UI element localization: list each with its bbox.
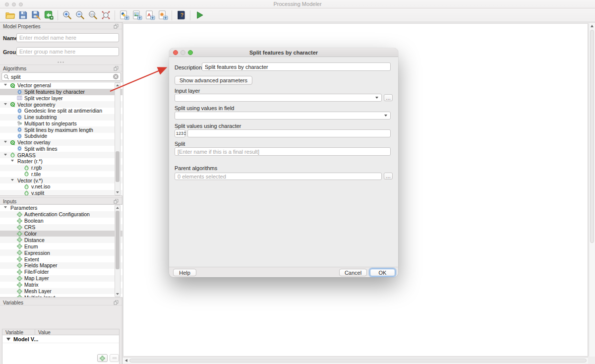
zoom-full-button[interactable] xyxy=(99,9,112,22)
scroll-up-icon[interactable] xyxy=(591,25,594,27)
tree-item-mesh-layer[interactable]: Mesh Layer xyxy=(0,288,122,295)
model-group-input[interactable] xyxy=(16,47,119,56)
scroll-left-icon[interactable] xyxy=(125,359,127,362)
tree-item-geodesic-line-split-at-antimeridian[interactable]: Geodesic line split at antimeridian xyxy=(0,108,122,114)
split-output-input[interactable] xyxy=(175,147,391,156)
tree-item-multiple-input[interactable]: Multiple Input xyxy=(0,294,122,298)
tree-item-fields-mapper[interactable]: Fields Mapper xyxy=(0,262,122,269)
scroll-up-icon[interactable] xyxy=(115,205,120,210)
inputs-scrollbar[interactable] xyxy=(115,205,120,297)
algorithms-scrollbar[interactable] xyxy=(115,82,120,195)
export-as-svg-button[interactable] xyxy=(156,9,169,22)
float-panel-icon[interactable] xyxy=(114,199,119,204)
tree-item-extent[interactable]: Extent xyxy=(0,256,122,262)
gear-icon xyxy=(16,133,23,139)
zoom-actual-size-button[interactable]: 1:1 xyxy=(86,9,99,22)
variables-header: Variables xyxy=(0,299,122,305)
model-variables-row[interactable]: Model V... xyxy=(2,335,119,343)
save-model-as-button[interactable] xyxy=(29,9,42,22)
tree-item-split-lines-by-maximum-length[interactable]: Split lines by maximum length xyxy=(0,126,122,133)
help-button[interactable]: Help xyxy=(173,269,196,276)
run-model-button[interactable] xyxy=(193,9,206,22)
zoom-out-icon xyxy=(75,10,85,20)
scroll-down-icon[interactable] xyxy=(115,292,120,297)
tree-item-label: Distance xyxy=(23,237,45,243)
tree-item-v-split[interactable]: v.split xyxy=(0,190,122,196)
tree-item-r-rgb[interactable]: r.rgb xyxy=(0,165,122,171)
show-advanced-parameters-button[interactable]: Show advanced parameters xyxy=(175,76,252,85)
float-panel-icon[interactable] xyxy=(114,66,119,71)
tree-item-r-tile[interactable]: r.tile xyxy=(0,171,122,178)
save-model-button[interactable] xyxy=(16,9,29,22)
tree-item-boolean[interactable]: Boolean xyxy=(0,218,122,224)
chevron-down-icon[interactable] xyxy=(2,153,9,158)
chevron-down-icon[interactable] xyxy=(6,338,10,341)
tree-item-expression[interactable]: Expression xyxy=(0,249,122,256)
tree-item-split-vector-layer[interactable]: Split vector layer xyxy=(0,95,122,102)
parent-algorithms-input[interactable] xyxy=(175,173,382,180)
tree-item-distance[interactable]: Distance xyxy=(0,237,122,243)
tree-item-matrix[interactable]: Matrix xyxy=(0,282,122,288)
scroll-down-icon[interactable] xyxy=(115,190,120,195)
split-char-input[interactable] xyxy=(187,129,391,137)
scrollbar-thumb[interactable] xyxy=(129,359,587,363)
ok-button[interactable]: OK xyxy=(370,269,395,276)
data-type-123-button[interactable]: 123 xyxy=(175,129,185,137)
tree-item-v-net-iso[interactable]: v.net.iso xyxy=(0,183,122,190)
tree-item-enum[interactable]: Enum xyxy=(0,243,122,249)
input-layer-browse-button[interactable]: … xyxy=(384,94,393,101)
tree-item-vector-overlay[interactable]: Vector overlay xyxy=(0,139,122,146)
chevron-down-icon[interactable] xyxy=(2,102,9,107)
tree-item-crs[interactable]: CRS xyxy=(0,224,122,231)
tree-item-split-features-by-character[interactable]: Split features by character xyxy=(0,89,122,95)
input-layer-combobox[interactable] xyxy=(175,94,382,102)
chevron-down-icon[interactable] xyxy=(9,159,16,164)
remove-variable-button[interactable] xyxy=(110,354,119,362)
tree-item-multipart-to-singleparts[interactable]: Multipart to singleparts xyxy=(0,121,122,127)
tree-item-split-with-lines[interactable]: Split with lines xyxy=(0,146,122,152)
clear-search-icon[interactable] xyxy=(113,73,119,80)
tree-item-vector-general[interactable]: Vector general xyxy=(0,82,122,89)
search-input[interactable] xyxy=(11,74,113,80)
scrollbar-thumb[interactable] xyxy=(116,151,119,182)
edit-model-help-button[interactable]: ? xyxy=(175,9,187,22)
chevron-down-icon[interactable] xyxy=(2,205,9,210)
model-name-input[interactable] xyxy=(16,33,119,42)
chevron-down-icon[interactable] xyxy=(2,83,9,88)
open-model-button[interactable] xyxy=(3,9,16,22)
float-panel-icon[interactable] xyxy=(114,300,119,305)
description-input[interactable] xyxy=(202,62,391,71)
parent-algorithms-browse-button[interactable]: … xyxy=(384,173,393,180)
tree-item-parameters[interactable]: Parameters xyxy=(0,205,122,211)
tree-item-vector-v-[interactable]: Vector (v.*) xyxy=(0,177,122,183)
panel-resize-handle[interactable] xyxy=(57,61,65,63)
scroll-up-icon[interactable] xyxy=(115,83,120,88)
tree-item-raster-r-[interactable]: Raster (r.*) xyxy=(0,158,122,165)
splitlayer-icon xyxy=(16,95,23,101)
export-as-pdf-button[interactable]: A xyxy=(143,9,156,22)
tree-item-vector-geometry[interactable]: Vector geometry xyxy=(0,101,122,108)
tree-item-subdivide[interactable]: Subdivide xyxy=(0,133,122,139)
export-as-image-button[interactable] xyxy=(130,9,143,22)
chevron-down-icon[interactable] xyxy=(9,178,16,183)
canvas-vertical-scrollbar[interactable] xyxy=(589,23,595,357)
scrollbar-thumb[interactable] xyxy=(116,211,119,269)
canvas-horizontal-scrollbar[interactable] xyxy=(123,357,588,364)
zoom-out-button[interactable] xyxy=(73,9,86,22)
float-panel-icon[interactable] xyxy=(114,24,119,29)
scrollbar-thumb[interactable] xyxy=(590,30,594,243)
add-variable-button[interactable] xyxy=(97,354,108,362)
save-model-in-project-button[interactable] xyxy=(42,9,55,22)
zoom-in-button[interactable] xyxy=(60,9,73,22)
tree-item-line-substring[interactable]: Line substring xyxy=(0,114,122,121)
tree-item-map-layer[interactable]: Map Layer xyxy=(0,275,122,282)
processing-modeler-window: Processing Modeler 1:1 A ? Model Propert… xyxy=(0,0,595,364)
export-as-python-button[interactable] xyxy=(118,9,130,22)
chevron-down-icon[interactable] xyxy=(2,140,9,145)
tree-item-color[interactable]: Color xyxy=(0,231,122,237)
cancel-button[interactable]: Cancel xyxy=(339,269,367,276)
split-field-combobox[interactable] xyxy=(175,112,391,120)
tree-item-authentication-configuration[interactable]: Authentication Configuration xyxy=(0,211,122,218)
tree-item-file-folder[interactable]: File/Folder xyxy=(0,269,122,275)
tree-item-grass[interactable]: GRASS xyxy=(0,152,122,158)
